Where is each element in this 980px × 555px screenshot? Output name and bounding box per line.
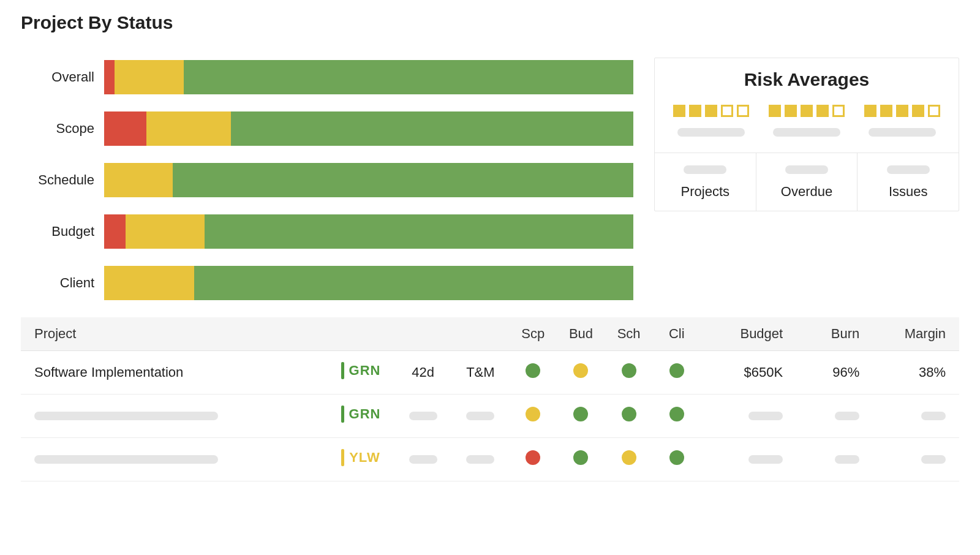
status-bar[interactable] bbox=[104, 266, 633, 300]
status-bar-segment-yellow bbox=[104, 266, 194, 300]
cell-sch bbox=[605, 395, 653, 438]
rating-square-filled-icon bbox=[816, 105, 829, 117]
risk-rating-group bbox=[864, 105, 940, 117]
status-bar[interactable] bbox=[104, 60, 633, 94]
status-bar-row: Overall bbox=[21, 60, 633, 94]
placeholder bbox=[34, 455, 218, 464]
placeholder bbox=[466, 455, 494, 464]
rating-square-filled-icon bbox=[880, 105, 892, 117]
status-indicator-icon bbox=[341, 362, 344, 379]
status-bar-segment-green bbox=[231, 111, 633, 146]
placeholder bbox=[835, 455, 859, 464]
risk-rating-group bbox=[673, 105, 749, 117]
status-bar-segment-yellow bbox=[104, 163, 173, 197]
status-dot-icon bbox=[669, 363, 684, 378]
risk-summary-cell[interactable]: Projects bbox=[655, 153, 756, 211]
placeholder bbox=[921, 455, 946, 464]
rating-square-filled-icon bbox=[705, 105, 717, 117]
status-chip: GRN bbox=[341, 406, 381, 423]
rating-square-empty-icon bbox=[721, 105, 733, 117]
status-dot-icon bbox=[526, 450, 540, 465]
placeholder bbox=[835, 412, 859, 420]
cell-budget bbox=[701, 395, 796, 438]
status-bar-label: Budget bbox=[21, 224, 94, 240]
col-project[interactable]: Project bbox=[21, 317, 327, 351]
cell-project-name bbox=[21, 395, 327, 438]
status-bar-segment-green bbox=[205, 214, 633, 249]
status-indicator-icon bbox=[341, 449, 344, 466]
risk-placeholder-row bbox=[655, 128, 959, 153]
cell-bud bbox=[557, 351, 605, 395]
status-bar-label: Schedule bbox=[21, 172, 94, 188]
placeholder bbox=[921, 412, 946, 420]
rating-square-filled-icon bbox=[769, 105, 781, 117]
cell-sch bbox=[605, 438, 653, 481]
status-bar-label: Client bbox=[21, 275, 94, 291]
placeholder bbox=[887, 165, 930, 174]
cell-type bbox=[451, 395, 509, 438]
status-dot-icon bbox=[573, 450, 588, 465]
status-dot-icon bbox=[622, 363, 636, 378]
cell-project-name bbox=[21, 438, 327, 481]
cell-type: T&M bbox=[451, 351, 509, 395]
col-budget[interactable]: Budget bbox=[701, 317, 796, 351]
status-bar-row: Schedule bbox=[21, 163, 633, 197]
cell-type bbox=[451, 438, 509, 481]
placeholder bbox=[466, 412, 494, 420]
placeholder bbox=[677, 128, 745, 137]
cell-cli bbox=[653, 438, 701, 481]
status-dot-icon bbox=[573, 407, 588, 421]
status-bar-label: Scope bbox=[21, 121, 94, 137]
col-cli[interactable]: Cli bbox=[653, 317, 701, 351]
risk-summary-row: ProjectsOverdueIssues bbox=[655, 153, 959, 211]
cell-scp bbox=[509, 351, 557, 395]
table-row[interactable]: GRN bbox=[21, 395, 959, 438]
status-bar-segment-yellow bbox=[146, 111, 231, 146]
col-bud[interactable]: Bud bbox=[557, 317, 605, 351]
table-row[interactable]: YLW bbox=[21, 438, 959, 481]
cell-bud bbox=[557, 438, 605, 481]
status-dot-icon bbox=[669, 407, 684, 421]
col-sch[interactable]: Sch bbox=[605, 317, 653, 351]
placeholder bbox=[773, 128, 840, 137]
rating-square-empty-icon bbox=[832, 105, 845, 117]
cell-burn: 96% bbox=[796, 351, 873, 395]
cell-budget bbox=[701, 438, 796, 481]
status-chip: GRN bbox=[341, 362, 381, 379]
status-chip: YLW bbox=[341, 449, 380, 466]
rating-square-filled-icon bbox=[896, 105, 908, 117]
status-dot-icon bbox=[573, 363, 588, 378]
status-bar[interactable] bbox=[104, 214, 633, 249]
placeholder bbox=[409, 455, 437, 464]
status-code: GRN bbox=[349, 406, 381, 422]
table-row[interactable]: Software ImplementationGRN42dT&M$650K96%… bbox=[21, 351, 959, 395]
status-dot-icon bbox=[526, 363, 540, 378]
table-header-row: Project Scp Bud Sch Cli Budget Burn Marg… bbox=[21, 317, 959, 351]
page-title: Project By Status bbox=[21, 12, 959, 33]
status-bar-segment-green bbox=[173, 163, 633, 197]
col-burn[interactable]: Burn bbox=[796, 317, 873, 351]
cell-margin bbox=[873, 438, 959, 481]
rating-square-filled-icon bbox=[673, 105, 685, 117]
placeholder bbox=[748, 412, 783, 420]
status-bar-segment-yellow bbox=[115, 60, 183, 94]
cell-sch bbox=[605, 351, 653, 395]
status-bar-row: Budget bbox=[21, 214, 633, 249]
cell-age: 42d bbox=[394, 351, 452, 395]
rating-square-filled-icon bbox=[912, 105, 924, 117]
status-bar[interactable] bbox=[104, 163, 633, 197]
status-dot-icon bbox=[526, 407, 540, 421]
col-scp[interactable]: Scp bbox=[509, 317, 557, 351]
status-bar-label: Overall bbox=[21, 69, 94, 85]
status-bar[interactable] bbox=[104, 111, 633, 146]
status-bar-segment-green bbox=[184, 60, 633, 94]
cell-status: GRN bbox=[327, 351, 394, 395]
risk-averages-title: Risk Averages bbox=[655, 69, 959, 90]
cell-budget: $650K bbox=[701, 351, 796, 395]
risk-summary-cell[interactable]: Overdue bbox=[756, 153, 858, 211]
risk-summary-cell[interactable]: Issues bbox=[858, 153, 959, 211]
cell-project-name: Software Implementation bbox=[21, 351, 327, 395]
projects-table: Project Scp Bud Sch Cli Budget Burn Marg… bbox=[21, 317, 959, 481]
col-margin[interactable]: Margin bbox=[873, 317, 959, 351]
cell-bud bbox=[557, 395, 605, 438]
